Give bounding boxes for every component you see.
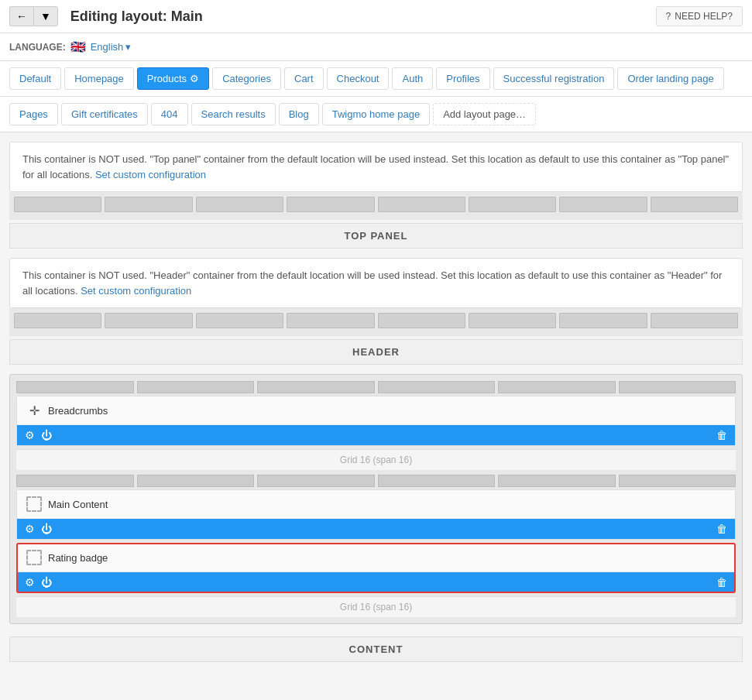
tab-successful-registration[interactable]: Successful registration: [493, 67, 615, 90]
tab-add-layout-page[interactable]: Add layout page…: [433, 103, 536, 125]
top-panel-config-link[interactable]: Set custom configuration: [95, 169, 206, 180]
delete-icon[interactable]: 🗑: [716, 576, 727, 588]
tab-auth[interactable]: Auth: [392, 67, 433, 90]
main-content-block: Main Content ⚙ ⏻ 🗑: [16, 489, 736, 540]
main-content: This container is NOT used. "Top panel" …: [0, 132, 752, 671]
tab-order-landing-page[interactable]: Order landing page: [617, 67, 723, 90]
breadcrumbs-block: ✛ Breadcrumbs ⚙ ⏻ 🗑: [16, 396, 736, 446]
grid-cell: [559, 197, 647, 212]
grid-cell: [196, 197, 283, 212]
flag-icon: 🇬🇧: [70, 39, 86, 54]
tab-search-results[interactable]: Search results: [191, 103, 276, 125]
tabs-row-2: Pages Gift certificates 404 Search resul…: [0, 97, 752, 132]
tab-profiles[interactable]: Profiles: [436, 67, 489, 90]
header-notice: This container is NOT used. "Header" con…: [9, 258, 743, 308]
grid-cell: [651, 197, 738, 212]
content-label: CONTENT: [9, 637, 743, 662]
main-content-title: Main Content: [48, 499, 108, 510]
header-section: This container is NOT used. "Header" con…: [9, 258, 743, 365]
grid-cell: [14, 197, 101, 212]
grid-cell: [105, 313, 192, 328]
header-notice-text: This container is NOT used. "Header" con…: [22, 268, 730, 298]
grid-cell: [651, 313, 738, 328]
top-panel-grid: [9, 192, 743, 220]
gear-icon: ⚙: [190, 73, 199, 84]
dropdown-button[interactable]: ▼: [33, 6, 58, 26]
tab-categories[interactable]: Categories: [212, 67, 281, 90]
tab-homepage[interactable]: Homepage: [64, 67, 134, 90]
top-panel-notice: This container is NOT used. "Top panel" …: [9, 142, 743, 192]
grid-cell: [378, 313, 465, 328]
power-icon[interactable]: ⏻: [41, 429, 52, 441]
delete-icon[interactable]: 🗑: [716, 429, 727, 441]
settings-icon[interactable]: ⚙: [25, 576, 35, 588]
rating-badge-block: Rating badge ⚙ ⏻ 🗑: [16, 543, 736, 593]
grid-cell: [287, 197, 374, 212]
dashed-icon: [26, 496, 42, 512]
rating-badge-toolbar: ⚙ ⏻ 🗑: [17, 572, 735, 592]
language-bar: LANGUAGE: 🇬🇧 English ▾: [0, 33, 752, 61]
tab-cart[interactable]: Cart: [284, 67, 324, 90]
crosshair-icon: ✛: [26, 403, 42, 418]
delete-icon[interactable]: 🗑: [716, 523, 727, 535]
header-grid: [9, 308, 743, 336]
spacer-middle: [16, 475, 736, 487]
breadcrumbs-title: Breadcrumbs: [48, 405, 108, 417]
layout-blocks-area: ✛ Breadcrumbs ⚙ ⏻ 🗑 Grid 16 (span 16): [9, 374, 743, 624]
tab-blog[interactable]: Blog: [279, 103, 319, 125]
language-name: English: [91, 41, 124, 53]
rating-badge-title: Rating badge: [48, 552, 108, 564]
grid-cell: [378, 197, 465, 212]
tab-gift-certificates[interactable]: Gift certificates: [61, 103, 148, 125]
page-title: Editing layout: Main: [70, 9, 203, 25]
grid-cell: [559, 313, 647, 328]
grid-cell: [287, 313, 374, 328]
tab-products-label: Products: [147, 73, 187, 84]
dropdown-arrow-icon: ▾: [125, 41, 131, 53]
main-content-block-header: Main Content: [17, 490, 735, 519]
grid-2-label: Grid 16 (span 16): [16, 596, 736, 617]
tabs-row-1: Default Homepage Products ⚙ Categories C…: [0, 61, 752, 97]
grid-cell: [196, 313, 283, 328]
top-panel-label: TOP PANEL: [9, 223, 743, 249]
settings-icon[interactable]: ⚙: [25, 429, 35, 441]
language-label: LANGUAGE:: [9, 42, 66, 53]
need-help-button[interactable]: ? NEED HELP?: [656, 6, 743, 26]
top-panel-section: This container is NOT used. "Top panel" …: [9, 142, 743, 249]
header-label: HEADER: [9, 339, 743, 365]
spacer-top: [16, 381, 736, 393]
grid-cell: [105, 197, 192, 212]
back-button[interactable]: ←: [9, 6, 33, 26]
grid-cell: [469, 313, 556, 328]
power-icon[interactable]: ⏻: [41, 523, 52, 535]
power-icon[interactable]: ⏻: [41, 576, 52, 588]
tab-twigmo-home-page[interactable]: Twigmo home page: [322, 103, 430, 125]
language-selector[interactable]: English ▾: [91, 41, 132, 53]
main-content-toolbar: ⚙ ⏻ 🗑: [17, 519, 735, 539]
tab-checkout[interactable]: Checkout: [327, 67, 390, 90]
settings-icon[interactable]: ⚙: [25, 523, 35, 535]
tab-default[interactable]: Default: [9, 67, 61, 90]
tab-products[interactable]: Products ⚙: [137, 67, 209, 90]
rating-badge-block-header: Rating badge: [17, 544, 735, 572]
nav-button-group: ← ▼: [9, 6, 58, 26]
top-bar: ← ▼ Editing layout: Main ? NEED HELP?: [0, 0, 752, 33]
grid-cell: [469, 197, 556, 212]
breadcrumbs-toolbar: ⚙ ⏻ 🗑: [17, 425, 735, 445]
header-config-link[interactable]: Set custom configuration: [81, 285, 191, 297]
breadcrumbs-block-header: ✛ Breadcrumbs: [17, 396, 735, 425]
dashed-icon: [26, 550, 42, 565]
tab-pages[interactable]: Pages: [9, 103, 58, 125]
question-icon: ?: [666, 11, 671, 22]
top-panel-notice-text: This container is NOT used. "Top panel" …: [22, 152, 730, 182]
grid-cell: [14, 313, 101, 328]
tab-404[interactable]: 404: [151, 103, 188, 125]
grid-1-label: Grid 16 (span 16): [16, 449, 736, 470]
